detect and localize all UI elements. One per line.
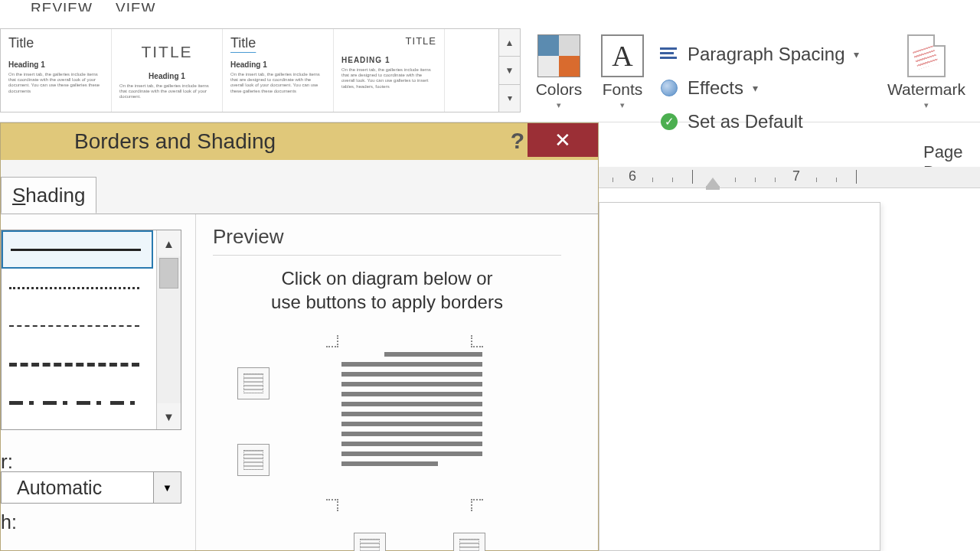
scroll-thumb[interactable] [159,258,178,289]
fonts-button[interactable]: A Fonts ▾ [596,34,649,110]
indent-marker-icon[interactable] [706,178,720,187]
dropdown-icon: ▾ [854,48,859,60]
tab-shading-label: hading [25,184,85,207]
dropdown-icon: ▾ [531,100,586,110]
dialog-close-button[interactable]: ✕ [528,123,598,157]
corner-tr-icon [471,335,483,347]
color-value: Automatic [2,477,153,499]
gallery-title: TITLE [341,35,436,47]
border-horizontal-button[interactable] [237,444,270,476]
set-default-button[interactable]: ✓ Set as Default [658,105,859,139]
effects-button[interactable]: Effects ▾ [658,71,859,105]
tab-shading-accel: S [12,184,25,207]
color-label: r: [1,450,13,474]
ribbon: Title Heading 1 On the insert tab, the g… [0,11,980,122]
gallery-title: TITLE [119,43,214,61]
document-page[interactable] [599,202,880,551]
dialog-help-button[interactable]: ? [511,128,524,154]
style-solid[interactable] [2,230,153,269]
gallery-title: Title [230,35,325,51]
dialog-body: ▲ ▼ r: Automatic ▼ h: Preview Click on d… [1,214,598,550]
preview-diagram[interactable] [213,335,561,511]
border-style-list[interactable]: ▲ ▼ [1,230,181,430]
gallery-up-button[interactable]: ▲ [499,29,520,57]
gallery-down-button[interactable]: ▼ [499,57,520,84]
scroll-up-button[interactable]: ▲ [157,230,181,256]
color-dropdown[interactable]: Automatic ▼ [1,471,181,504]
border-left-button[interactable] [354,533,386,551]
preview-line1: Click on diagram below or [281,268,492,289]
corner-tl-icon [326,335,338,347]
gallery-body: On the insert tab, the galleries include… [230,72,325,94]
gallery-heading: Heading 1 [230,60,325,69]
preview-instructions: Click on diagram below or use buttons to… [213,266,561,314]
gallery-body: On the insert tab, the galleries include… [341,67,436,90]
format-options: Paragraph Spacing ▾ Effects ▾ ✓ Set as D… [658,37,859,139]
style-dashdot[interactable] [2,383,153,422]
dialog-titlebar[interactable]: Borders and Shading ? ✕ [1,123,598,160]
watermark-button[interactable]: Watermark ▾ [880,34,972,110]
gallery-items: Title Heading 1 On the insert tab, the g… [1,29,498,112]
paragraph-spacing-icon [658,44,680,65]
fonts-icon: A [601,34,644,77]
border-right-button[interactable] [453,533,485,551]
ruler-number-7: 7 [792,168,800,184]
set-default-label: Set as Default [688,111,803,132]
dropdown-icon: ▾ [596,100,649,110]
ruler-number-6: 6 [629,168,636,184]
colors-button[interactable]: Colors ▾ [531,34,586,110]
colors-label: Colors [531,80,586,99]
style-dotted[interactable] [2,269,153,307]
gallery-more-button[interactable]: ▾ [499,85,520,112]
divider [213,255,561,256]
style-dashed-fine[interactable] [2,307,153,345]
check-icon: ✓ [658,111,680,132]
preview-section: Preview Click on diagram below or use bu… [195,214,575,550]
borders-shading-dialog: Borders and Shading ? ✕ Shading ▲ ▼ r: [0,122,599,551]
effects-label: Effects [688,77,743,99]
dropdown-icon: ▾ [753,82,758,94]
gallery-item[interactable]: TITLE Heading 1 On the insert tab, the g… [112,29,223,112]
gallery-heading: HEADING 1 [341,56,436,64]
tab-shading[interactable]: Shading [1,177,96,214]
paragraph-spacing-button[interactable]: Paragraph Spacing ▾ [658,37,859,71]
watermark-label: Watermark [880,80,972,99]
style-dashed[interactable] [2,345,153,383]
preview-title: Preview [213,225,561,249]
gallery-spinner: ▲ ▼ ▾ [498,29,520,112]
dropdown-icon: ▾ [880,100,972,110]
colors-icon [537,34,580,77]
gallery-item[interactable]: TITLE HEADING 1 On the insert tab, the g… [334,29,445,112]
preview-line2: use buttons to apply borders [271,292,503,312]
style-list-inner [2,230,153,429]
effects-icon [658,77,680,99]
doc-formatting-gallery[interactable]: Title Heading 1 On the insert tab, the g… [0,28,521,112]
corner-br-icon [471,499,483,511]
gallery-item[interactable]: Title Heading 1 On the insert tab, the g… [223,29,334,112]
watermark-icon [907,34,946,77]
paragraph-spacing-label: Paragraph Spacing [688,44,844,65]
gallery-item[interactable]: Title Heading 1 On the insert tab, the g… [1,29,112,112]
tab-view[interactable]: VIEW [116,0,156,9]
dropdown-icon[interactable]: ▼ [153,472,181,503]
style-scrollbar[interactable]: ▲ ▼ [156,230,181,429]
dialog-title: Borders and Shading [74,129,276,154]
ribbon-tabs: REVIEW VIEW [0,0,980,9]
gallery-body: On the insert tab, the galleries include… [8,72,103,94]
border-top-button[interactable] [237,367,270,399]
horizontal-ruler[interactable]: 6 7 [599,167,980,188]
width-label: h: [1,511,17,533]
gallery-heading: Heading 1 [119,72,214,80]
gallery-title: Title [8,35,103,51]
gallery-heading: Heading 1 [8,60,103,69]
paragraph-preview [341,352,482,471]
corner-bl-icon [326,499,338,511]
tab-review[interactable]: REVIEW [31,0,93,9]
scroll-down-button[interactable]: ▼ [157,403,181,429]
fonts-label: Fonts [596,80,649,99]
gallery-body: On the insert tab, the galleries include… [119,83,214,100]
